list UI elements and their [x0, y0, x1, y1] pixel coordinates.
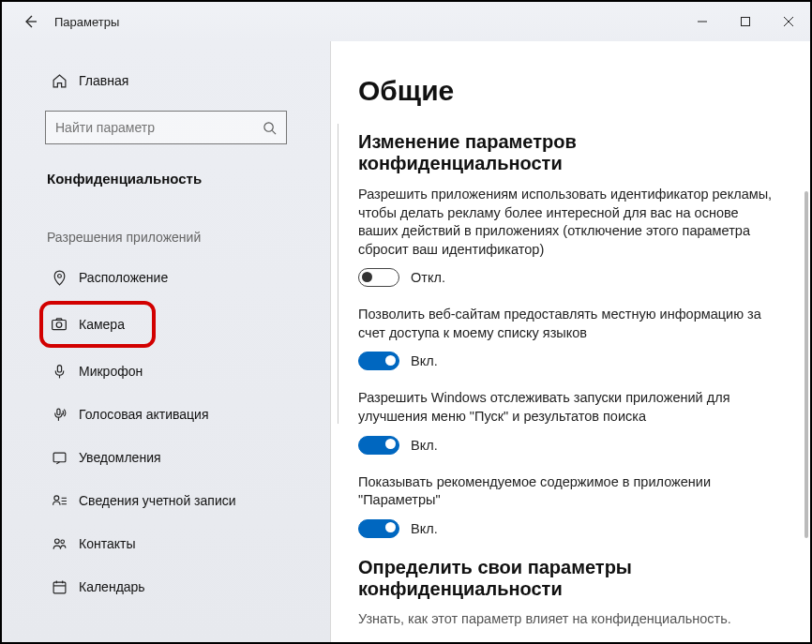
minimize-button[interactable]	[681, 2, 724, 41]
sidebar-item-voice-activation[interactable]: Голосовая активация	[2, 393, 330, 436]
svg-point-18	[54, 538, 59, 543]
sidebar-item-notifications[interactable]: Уведомления	[2, 436, 330, 479]
svg-rect-11	[56, 409, 59, 414]
setting-app-launch-tracking: Разрешить Windows отслеживать запуски пр…	[358, 389, 782, 454]
content-area: Общие Изменение параметров конфиденциаль…	[330, 41, 810, 642]
sidebar-item-label: Камера	[79, 317, 125, 332]
window-controls	[681, 2, 810, 41]
svg-rect-7	[53, 321, 67, 330]
sidebar-item-label: Голосовая активация	[79, 407, 209, 422]
sidebar-item-account-info[interactable]: Сведения учетной записи	[2, 479, 330, 522]
search-box[interactable]	[45, 111, 287, 144]
arrow-left-icon	[23, 14, 38, 29]
sidebar-item-label: Микрофон	[79, 364, 143, 379]
section-heading-privacy-change: Изменение параметров конфиденциальности	[358, 131, 782, 174]
contacts-icon	[51, 535, 68, 552]
toggle-suggested-content[interactable]	[358, 519, 399, 538]
svg-point-4	[264, 122, 273, 130]
sidebar-home-label: Главная	[79, 73, 128, 88]
notifications-icon	[51, 449, 68, 466]
home-icon	[51, 72, 68, 89]
toggle-ad-id[interactable]	[358, 268, 399, 287]
svg-line-5	[272, 130, 276, 134]
sidebar-item-label: Контакты	[79, 536, 135, 551]
svg-point-6	[57, 274, 61, 277]
section-heading-define-privacy: Определить свои параметры конфиденциальн…	[358, 557, 782, 600]
toggle-app-launch-tracking[interactable]	[358, 436, 399, 455]
svg-rect-1	[742, 18, 750, 26]
svg-point-14	[53, 495, 58, 500]
sidebar-item-label: Календарь	[79, 579, 145, 594]
sidebar-section-label: Разрешения приложений	[2, 205, 330, 256]
svg-point-19	[60, 540, 64, 544]
sidebar-item-label: Уведомления	[79, 450, 161, 465]
sidebar-category: Конфиденциальность	[2, 163, 330, 205]
voice-icon	[51, 406, 68, 423]
scrollbar[interactable]	[804, 191, 808, 538]
setting-language-list: Позволить веб-сайтам предоставлять местн…	[358, 306, 782, 370]
window-title: Параметры	[54, 15, 119, 29]
setting-description: Позволить веб-сайтам предоставлять местн…	[358, 306, 782, 342]
close-button[interactable]	[767, 2, 810, 41]
toggle-state-label: Вкл.	[411, 353, 438, 368]
privacy-learn-more-text: Узнать, как этот параметр влияет на конф…	[358, 611, 782, 626]
back-button[interactable]	[9, 2, 51, 41]
setting-description: Показывать рекомендуемое содержимое в пр…	[358, 473, 782, 510]
toggle-state-label: Откл.	[411, 270, 445, 285]
sidebar-item-calendar[interactable]: Календарь	[2, 565, 330, 608]
toggle-language-list[interactable]	[358, 352, 399, 370]
toggle-state-label: Вкл.	[411, 438, 438, 453]
calendar-icon	[51, 578, 68, 595]
page-title: Общие	[358, 75, 782, 107]
sidebar-item-home[interactable]: Главная	[2, 64, 330, 97]
sidebar-item-camera[interactable]: Камера	[39, 301, 156, 348]
toggle-state-label: Вкл.	[411, 521, 438, 536]
search-icon	[263, 121, 277, 135]
titlebar: Параметры	[2, 2, 810, 41]
sidebar-item-location[interactable]: Расположение	[2, 256, 330, 299]
setting-description: Разрешить Windows отслеживать запуски пр…	[358, 389, 782, 426]
svg-point-8	[56, 322, 62, 328]
setting-suggested-content: Показывать рекомендуемое содержимое в пр…	[358, 473, 782, 538]
setting-description: Разрешить приложениям использовать идент…	[358, 186, 782, 259]
svg-rect-13	[53, 453, 66, 462]
svg-rect-20	[53, 582, 66, 593]
setting-ad-id: Разрешить приложениям использовать идент…	[358, 186, 782, 287]
account-info-icon	[51, 492, 68, 509]
sidebar: Главная Конфиденциальность Разрешения пр…	[2, 41, 330, 642]
microphone-icon	[51, 363, 68, 380]
maximize-button[interactable]	[724, 2, 767, 41]
search-input[interactable]	[55, 120, 263, 135]
svg-rect-9	[57, 365, 61, 371]
location-icon	[51, 269, 68, 286]
sidebar-item-contacts[interactable]: Контакты	[2, 522, 330, 565]
camera-icon	[51, 316, 68, 333]
sidebar-item-label: Сведения учетной записи	[79, 493, 236, 508]
sidebar-item-label: Расположение	[79, 270, 168, 285]
sidebar-item-microphone[interactable]: Микрофон	[2, 350, 330, 393]
